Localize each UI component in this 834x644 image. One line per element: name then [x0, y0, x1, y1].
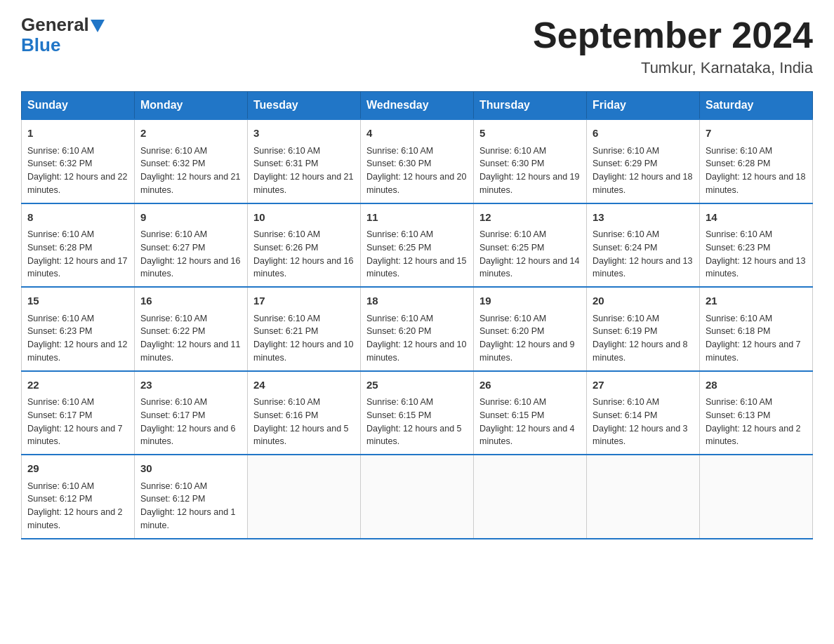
day-number: 30 — [140, 461, 241, 477]
day-number: 24 — [253, 377, 355, 394]
table-row: 20Sunrise: 6:10 AMSunset: 6:19 PMDayligh… — [587, 287, 700, 371]
day-info: Sunrise: 6:10 AMSunset: 6:25 PMDaylight:… — [366, 228, 468, 281]
header-day-thursday: Thursday — [474, 92, 587, 120]
table-row: 6Sunrise: 6:10 AMSunset: 6:29 PMDaylight… — [587, 119, 700, 203]
day-number: 20 — [593, 293, 694, 309]
day-number: 3 — [253, 126, 355, 142]
day-number: 1 — [27, 126, 128, 142]
day-number: 9 — [140, 210, 241, 226]
logo-blue-text: Blue — [21, 34, 60, 55]
table-row: 19Sunrise: 6:10 AMSunset: 6:20 PMDayligh… — [474, 287, 587, 371]
table-row: 30Sunrise: 6:10 AMSunset: 6:12 PMDayligh… — [135, 455, 248, 539]
calendar-header-row: SundayMondayTuesdayWednesdayThursdayFrid… — [22, 92, 813, 120]
logo-general-text: General — [21, 14, 89, 36]
day-number: 10 — [253, 210, 355, 226]
table-row: 8Sunrise: 6:10 AMSunset: 6:28 PMDaylight… — [22, 203, 135, 288]
calendar-week-row: 22Sunrise: 6:10 AMSunset: 6:17 PMDayligh… — [22, 371, 813, 455]
day-number: 14 — [706, 210, 807, 226]
day-number: 8 — [27, 210, 128, 226]
logo-triangle-icon — [91, 20, 105, 32]
day-info: Sunrise: 6:10 AMSunset: 6:13 PMDaylight:… — [706, 396, 807, 448]
day-info: Sunrise: 6:10 AMSunset: 6:17 PMDaylight:… — [27, 396, 128, 448]
day-info: Sunrise: 6:10 AMSunset: 6:24 PMDaylight:… — [593, 228, 694, 281]
day-number: 22 — [27, 377, 128, 394]
day-number: 21 — [706, 293, 807, 309]
title-area: September 2024 Tumkur, Karnataka, India — [533, 14, 813, 77]
calendar-week-row: 29Sunrise: 6:10 AMSunset: 6:12 PMDayligh… — [22, 455, 813, 539]
table-row: 29Sunrise: 6:10 AMSunset: 6:12 PMDayligh… — [22, 455, 135, 539]
day-info: Sunrise: 6:10 AMSunset: 6:12 PMDaylight:… — [27, 480, 128, 532]
table-row: 2Sunrise: 6:10 AMSunset: 6:32 PMDaylight… — [135, 119, 248, 203]
day-info: Sunrise: 6:10 AMSunset: 6:20 PMDaylight:… — [366, 312, 468, 365]
day-info: Sunrise: 6:10 AMSunset: 6:28 PMDaylight:… — [27, 228, 128, 281]
table-row: 15Sunrise: 6:10 AMSunset: 6:23 PMDayligh… — [22, 287, 135, 371]
day-number: 15 — [27, 293, 128, 309]
day-info: Sunrise: 6:10 AMSunset: 6:31 PMDaylight:… — [253, 145, 355, 197]
table-row — [587, 455, 700, 539]
day-info: Sunrise: 6:10 AMSunset: 6:29 PMDaylight:… — [593, 145, 694, 197]
day-info: Sunrise: 6:10 AMSunset: 6:22 PMDaylight:… — [140, 312, 241, 365]
day-number: 25 — [366, 377, 468, 394]
header-day-friday: Friday — [587, 92, 700, 120]
day-info: Sunrise: 6:10 AMSunset: 6:15 PMDaylight:… — [366, 396, 468, 448]
day-info: Sunrise: 6:10 AMSunset: 6:26 PMDaylight:… — [253, 228, 355, 281]
day-info: Sunrise: 6:10 AMSunset: 6:25 PMDaylight:… — [479, 228, 581, 281]
day-number: 6 — [593, 126, 694, 142]
day-info: Sunrise: 6:10 AMSunset: 6:32 PMDaylight:… — [27, 145, 128, 197]
day-number: 12 — [479, 210, 581, 226]
day-info: Sunrise: 6:10 AMSunset: 6:30 PMDaylight:… — [479, 145, 581, 197]
day-number: 19 — [479, 293, 581, 309]
day-number: 23 — [140, 377, 241, 394]
calendar-title: September 2024 — [533, 14, 813, 56]
table-row: 7Sunrise: 6:10 AMSunset: 6:28 PMDaylight… — [700, 119, 813, 203]
header-day-sunday: Sunday — [22, 92, 135, 120]
day-info: Sunrise: 6:10 AMSunset: 6:12 PMDaylight:… — [140, 480, 241, 532]
day-info: Sunrise: 6:10 AMSunset: 6:19 PMDaylight:… — [593, 312, 694, 365]
day-info: Sunrise: 6:10 AMSunset: 6:14 PMDaylight:… — [593, 396, 694, 448]
day-number: 11 — [366, 210, 468, 226]
day-number: 13 — [593, 210, 694, 226]
day-number: 17 — [253, 293, 355, 309]
table-row: 26Sunrise: 6:10 AMSunset: 6:15 PMDayligh… — [474, 371, 587, 455]
header-day-tuesday: Tuesday — [248, 92, 361, 120]
table-row — [361, 455, 474, 539]
table-row: 10Sunrise: 6:10 AMSunset: 6:26 PMDayligh… — [248, 203, 361, 288]
header-day-monday: Monday — [135, 92, 248, 120]
table-row: 21Sunrise: 6:10 AMSunset: 6:18 PMDayligh… — [700, 287, 813, 371]
day-info: Sunrise: 6:10 AMSunset: 6:15 PMDaylight:… — [479, 396, 581, 448]
table-row: 12Sunrise: 6:10 AMSunset: 6:25 PMDayligh… — [474, 203, 587, 288]
table-row: 18Sunrise: 6:10 AMSunset: 6:20 PMDayligh… — [361, 287, 474, 371]
day-number: 5 — [479, 126, 581, 142]
header-day-saturday: Saturday — [700, 92, 813, 120]
day-info: Sunrise: 6:10 AMSunset: 6:23 PMDaylight:… — [706, 228, 807, 281]
table-row: 28Sunrise: 6:10 AMSunset: 6:13 PMDayligh… — [700, 371, 813, 455]
table-row: 22Sunrise: 6:10 AMSunset: 6:17 PMDayligh… — [22, 371, 135, 455]
page-header: General Blue September 2024 Tumkur, Karn… — [21, 14, 813, 77]
day-number: 28 — [706, 377, 807, 394]
day-info: Sunrise: 6:10 AMSunset: 6:16 PMDaylight:… — [253, 396, 355, 448]
table-row: 27Sunrise: 6:10 AMSunset: 6:14 PMDayligh… — [587, 371, 700, 455]
day-number: 16 — [140, 293, 241, 309]
day-info: Sunrise: 6:10 AMSunset: 6:20 PMDaylight:… — [479, 312, 581, 365]
calendar-week-row: 8Sunrise: 6:10 AMSunset: 6:28 PMDaylight… — [22, 203, 813, 288]
table-row: 9Sunrise: 6:10 AMSunset: 6:27 PMDaylight… — [135, 203, 248, 288]
day-number: 27 — [593, 377, 694, 394]
table-row — [700, 455, 813, 539]
day-info: Sunrise: 6:10 AMSunset: 6:21 PMDaylight:… — [253, 312, 355, 365]
table-row — [474, 455, 587, 539]
day-info: Sunrise: 6:10 AMSunset: 6:27 PMDaylight:… — [140, 228, 241, 281]
table-row: 25Sunrise: 6:10 AMSunset: 6:15 PMDayligh… — [361, 371, 474, 455]
day-number: 2 — [140, 126, 241, 142]
table-row: 24Sunrise: 6:10 AMSunset: 6:16 PMDayligh… — [248, 371, 361, 455]
logo: General Blue — [21, 14, 105, 56]
day-info: Sunrise: 6:10 AMSunset: 6:28 PMDaylight:… — [706, 145, 807, 197]
day-number: 7 — [706, 126, 807, 142]
day-info: Sunrise: 6:10 AMSunset: 6:30 PMDaylight:… — [366, 145, 468, 197]
table-row: 11Sunrise: 6:10 AMSunset: 6:25 PMDayligh… — [361, 203, 474, 288]
header-day-wednesday: Wednesday — [361, 92, 474, 120]
table-row: 16Sunrise: 6:10 AMSunset: 6:22 PMDayligh… — [135, 287, 248, 371]
day-info: Sunrise: 6:10 AMSunset: 6:32 PMDaylight:… — [140, 145, 241, 197]
table-row: 3Sunrise: 6:10 AMSunset: 6:31 PMDaylight… — [248, 119, 361, 203]
day-number: 26 — [479, 377, 581, 394]
table-row — [248, 455, 361, 539]
